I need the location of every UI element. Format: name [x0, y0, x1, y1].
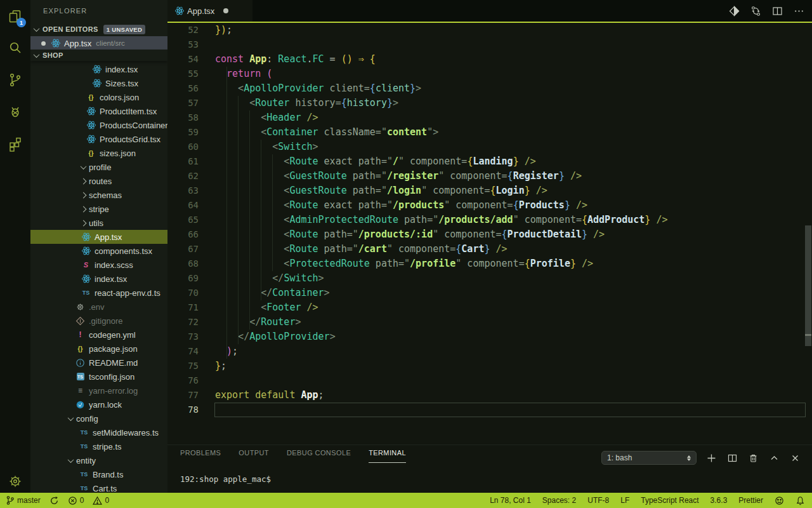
code-line-65[interactable]: 65 <AdminProtectedRoute path="/products/…: [167, 213, 812, 227]
tree-folder-routes[interactable]: routes: [30, 174, 167, 188]
tree-file-brand-ts[interactable]: TSBrand.ts: [30, 467, 167, 481]
tree-folder-profile[interactable]: profile: [30, 160, 167, 174]
activity-item-search[interactable]: [0, 33, 30, 64]
status-item-warning[interactable]: 0: [89, 493, 112, 508]
react-icon: [86, 120, 96, 130]
tree-file--env[interactable]: .env: [30, 300, 167, 314]
panel-tab-output[interactable]: OUTPUT: [239, 449, 269, 463]
tree-file-yarn-lock[interactable]: yarn.lock: [30, 398, 167, 411]
tree-file-app-tsx[interactable]: App.tsx: [30, 230, 167, 244]
code-line-62[interactable]: 62 <GuestRoute path="/register" componen…: [167, 169, 812, 184]
tree-file-readme-md[interactable]: README.md: [30, 356, 167, 370]
tree-file-package-json[interactable]: {}package.json: [30, 342, 167, 356]
code-line-74[interactable]: 74 );: [167, 344, 812, 359]
tree-file-productitem-tsx[interactable]: ProductItem.tsx: [30, 104, 167, 118]
editor-scrollbar[interactable]: [805, 225, 811, 346]
code-line-64[interactable]: 64 <Route exact path="/products" compone…: [167, 198, 812, 213]
status-item-smiley[interactable]: [771, 493, 787, 508]
tree-file-react-app-env-d-ts[interactable]: TSreact-app-env.d.ts: [30, 286, 167, 300]
code-line-61[interactable]: 61 <Route exact path="/" component={Land…: [167, 154, 812, 169]
tree-file-productsgrid-tsx[interactable]: ProductsGrid.tsx: [30, 132, 167, 146]
code-line-53[interactable]: 53: [167, 37, 812, 52]
code-line-70[interactable]: 70 </Container>: [167, 286, 812, 300]
status-item-3-6-3[interactable]: 3.6.3: [707, 493, 731, 508]
code-line-71[interactable]: 71 <Footer />: [167, 300, 812, 315]
status-item-ln-78-col-1[interactable]: Ln 78, Col 1: [487, 493, 534, 508]
tree-folder-utils[interactable]: utils: [30, 216, 167, 230]
status-item-sync[interactable]: [46, 493, 62, 508]
code-line-56[interactable]: 56 <ApolloProvider client={client}>: [167, 81, 812, 96]
tree-file-index-tsx[interactable]: index.tsx: [30, 272, 167, 286]
diamond-icon[interactable]: [729, 6, 740, 17]
code-editor[interactable]: 52});5354const App: React.FC = () ⇒ {55 …: [167, 23, 812, 444]
tree-file-index-tsx[interactable]: index.tsx: [30, 62, 167, 76]
terminal-shell-select[interactable]: 1: bash: [601, 451, 697, 465]
code-line-59[interactable]: 59 <Container className="content">: [167, 125, 812, 140]
code-line-57[interactable]: 57 <Router history={history}>: [167, 96, 812, 110]
tree-file-cart-ts[interactable]: TSCart.ts: [30, 481, 167, 493]
code-line-52[interactable]: 52});: [167, 23, 812, 37]
status-item-typescript-react[interactable]: TypeScript React: [638, 493, 702, 508]
panel-tab-debug-console[interactable]: DEBUG CONSOLE: [287, 449, 351, 463]
maximize-panel-icon[interactable]: [769, 453, 779, 463]
code-line-78[interactable]: 78: [167, 403, 812, 417]
split-terminal-icon[interactable]: [728, 453, 737, 463]
status-item-prettier[interactable]: Prettier: [735, 493, 766, 508]
terminal-prompt[interactable]: 192:shop apple_mac$: [180, 474, 271, 484]
branch-icon: [6, 495, 15, 505]
status-item-lf[interactable]: LF: [617, 493, 632, 508]
tree-file-sizes-tsx[interactable]: Sizes.tsx: [30, 76, 167, 90]
tree-file-colors-json[interactable]: {}colors.json: [30, 90, 167, 104]
code-line-73[interactable]: 73 </ApolloProvider>: [167, 330, 812, 344]
tree-file-index-scss[interactable]: Sindex.scss: [30, 258, 167, 272]
close-panel-icon[interactable]: [790, 453, 800, 463]
code-line-69[interactable]: 69 </Switch>: [167, 271, 812, 286]
tree-file-sizes-json[interactable]: {}sizes.json: [30, 146, 167, 160]
split-editor-icon[interactable]: [772, 6, 783, 17]
more-actions-icon[interactable]: [794, 6, 804, 17]
tree-file-codegen-yml[interactable]: !codegen.yml: [30, 328, 167, 342]
open-editors-header[interactable]: OPEN EDITORS 1 UNSAVED: [30, 22, 167, 36]
panel-tab-problems[interactable]: PROBLEMS: [180, 449, 221, 463]
code-line-66[interactable]: 66 <Route path="/products/:id" component…: [167, 227, 812, 242]
tree-folder-config[interactable]: config: [30, 411, 167, 425]
code-line-54[interactable]: 54const App: React.FC = () ⇒ {: [167, 52, 812, 67]
code-line-76[interactable]: 76: [167, 373, 812, 388]
tree-folder-schemas[interactable]: schemas: [30, 188, 167, 202]
activity-item-explorer[interactable]: 1: [0, 1, 30, 32]
code-line-58[interactable]: 58 <Header />: [167, 110, 812, 125]
status-item-utf-8[interactable]: UTF-8: [584, 493, 612, 508]
compare-changes-icon[interactable]: [750, 6, 761, 17]
tree-file-productscontainer-tsx[interactable]: ProductsContainer.tsx: [30, 118, 167, 132]
tree-file-setmiddlewares-ts[interactable]: TSsetMiddlewares.ts: [30, 425, 167, 439]
tree-item-label: stripe.ts: [93, 442, 122, 451]
tree-file-components-tsx[interactable]: components.tsx: [30, 244, 167, 258]
status-item-bell[interactable]: [792, 493, 808, 508]
tree-file-tsconfig-json[interactable]: TStsconfig.json: [30, 370, 167, 384]
code-line-60[interactable]: 60 <Switch>: [167, 140, 812, 154]
code-line-72[interactable]: 72 </Router>: [167, 315, 812, 330]
activity-item-source-control[interactable]: [0, 65, 30, 95]
activity-item-debug[interactable]: [0, 97, 30, 127]
tree-folder-stripe[interactable]: stripe: [30, 202, 167, 216]
code-line-55[interactable]: 55 return (: [167, 67, 812, 81]
panel-tab-terminal[interactable]: TERMINAL: [369, 449, 406, 463]
tab-app-tsx[interactable]: App.tsx: [167, 0, 252, 22]
activity-item-extensions[interactable]: [0, 128, 30, 159]
tree-file-yarn-error-log[interactable]: ≡yarn-error.log: [30, 384, 167, 398]
status-item-spaces-2[interactable]: Spaces: 2: [539, 493, 579, 508]
status-item-branch[interactable]: master: [3, 493, 44, 508]
status-item-error[interactable]: 0: [65, 493, 88, 508]
activity-item-settings[interactable]: [0, 466, 30, 497]
code-line-63[interactable]: 63 <GuestRoute path="/login" component={…: [167, 184, 812, 198]
tree-folder-entity[interactable]: entity: [30, 453, 167, 467]
code-line-68[interactable]: 68 <ProtectedRoute path="/profile" compo…: [167, 257, 812, 271]
code-line-67[interactable]: 67 <Route path="/cart" component={Cart} …: [167, 242, 812, 257]
kill-terminal-icon[interactable]: [749, 453, 758, 463]
tree-file-stripe-ts[interactable]: TSstripe.ts: [30, 439, 167, 453]
new-terminal-icon[interactable]: [707, 453, 716, 463]
folder-section-header-shop[interactable]: SHOP: [30, 50, 167, 61]
tree-file--gitignore[interactable]: .gitignore: [30, 314, 167, 328]
code-line-77[interactable]: 77export default App;: [167, 388, 812, 403]
code-line-75[interactable]: 75};: [167, 359, 812, 373]
